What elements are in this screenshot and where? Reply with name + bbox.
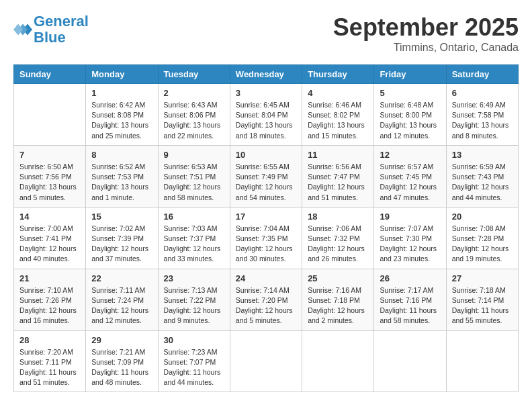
calendar-week-row: 7Sunrise: 6:50 AMSunset: 7:56 PMDaylight… — [14, 145, 519, 207]
day-info: Sunrise: 6:57 AMSunset: 7:45 PMDaylight:… — [380, 162, 440, 203]
day-number: 4 — [308, 88, 368, 98]
calendar-cell: 16Sunrise: 7:03 AMSunset: 7:37 PMDayligh… — [158, 207, 230, 269]
day-number: 29 — [91, 335, 152, 345]
location-title: Timmins, Ontario, Canada — [333, 42, 519, 54]
day-number: 2 — [164, 88, 224, 98]
day-info: Sunrise: 7:03 AMSunset: 7:37 PMDaylight:… — [164, 224, 224, 265]
day-info: Sunrise: 7:20 AMSunset: 7:11 PMDaylight:… — [19, 347, 80, 388]
day-number: 23 — [164, 273, 224, 283]
day-number: 22 — [91, 273, 152, 283]
weekday-header: Friday — [374, 65, 446, 84]
calendar-cell: 24Sunrise: 7:14 AMSunset: 7:20 PMDayligh… — [230, 269, 302, 330]
calendar-week-row: 21Sunrise: 7:10 AMSunset: 7:26 PMDayligh… — [14, 269, 519, 330]
day-number: 16 — [164, 212, 224, 222]
calendar-cell: 29Sunrise: 7:21 AMSunset: 7:09 PMDayligh… — [86, 330, 158, 392]
calendar-cell: 3Sunrise: 6:45 AMSunset: 8:04 PMDaylight… — [230, 84, 302, 146]
day-number: 8 — [91, 150, 152, 160]
day-number: 19 — [380, 212, 440, 222]
calendar-cell: 18Sunrise: 7:06 AMSunset: 7:32 PMDayligh… — [302, 207, 374, 269]
day-number: 15 — [91, 212, 152, 222]
calendar-cell: 20Sunrise: 7:08 AMSunset: 7:28 PMDayligh… — [446, 207, 518, 269]
day-info: Sunrise: 7:11 AMSunset: 7:24 PMDaylight:… — [91, 285, 152, 326]
calendar-cell: 26Sunrise: 7:17 AMSunset: 7:16 PMDayligh… — [374, 269, 446, 330]
weekday-header: Saturday — [446, 65, 518, 84]
day-number: 18 — [308, 212, 368, 222]
calendar-cell — [302, 330, 374, 392]
calendar-cell: 17Sunrise: 7:04 AMSunset: 7:35 PMDayligh… — [230, 207, 302, 269]
day-info: Sunrise: 6:46 AMSunset: 8:02 PMDaylight:… — [308, 100, 368, 141]
day-info: Sunrise: 7:13 AMSunset: 7:22 PMDaylight:… — [164, 285, 224, 326]
page-header: General Blue September 2025 Timmins, Ont… — [13, 13, 519, 54]
calendar-cell: 12Sunrise: 6:57 AMSunset: 7:45 PMDayligh… — [374, 145, 446, 207]
day-number: 6 — [452, 88, 513, 98]
day-number: 3 — [236, 88, 296, 98]
weekday-header: Sunday — [14, 65, 86, 84]
day-info: Sunrise: 7:14 AMSunset: 7:20 PMDaylight:… — [236, 285, 296, 326]
calendar-cell: 8Sunrise: 6:52 AMSunset: 7:53 PMDaylight… — [86, 145, 158, 207]
calendar-cell — [446, 330, 518, 392]
calendar-cell: 21Sunrise: 7:10 AMSunset: 7:26 PMDayligh… — [14, 269, 86, 330]
calendar-cell: 30Sunrise: 7:23 AMSunset: 7:07 PMDayligh… — [158, 330, 230, 392]
calendar-cell: 27Sunrise: 7:18 AMSunset: 7:14 PMDayligh… — [446, 269, 518, 330]
day-number: 10 — [236, 150, 296, 160]
day-info: Sunrise: 6:53 AMSunset: 7:51 PMDaylight:… — [164, 162, 224, 203]
calendar-table: SundayMondayTuesdayWednesdayThursdayFrid… — [13, 64, 519, 392]
day-info: Sunrise: 6:42 AMSunset: 8:08 PMDaylight:… — [91, 100, 152, 141]
day-number: 20 — [452, 212, 513, 222]
calendar-cell: 7Sunrise: 6:50 AMSunset: 7:56 PMDaylight… — [14, 145, 86, 207]
day-info: Sunrise: 7:23 AMSunset: 7:07 PMDaylight:… — [164, 347, 224, 388]
calendar-cell: 5Sunrise: 6:48 AMSunset: 8:00 PMDaylight… — [374, 84, 446, 146]
day-info: Sunrise: 7:08 AMSunset: 7:28 PMDaylight:… — [452, 224, 513, 265]
day-info: Sunrise: 6:48 AMSunset: 8:00 PMDaylight:… — [380, 100, 440, 141]
day-info: Sunrise: 6:55 AMSunset: 7:49 PMDaylight:… — [236, 162, 296, 203]
day-info: Sunrise: 7:16 AMSunset: 7:18 PMDaylight:… — [308, 285, 368, 326]
day-info: Sunrise: 6:45 AMSunset: 8:04 PMDaylight:… — [236, 100, 296, 141]
calendar-cell: 15Sunrise: 7:02 AMSunset: 7:39 PMDayligh… — [86, 207, 158, 269]
day-info: Sunrise: 7:00 AMSunset: 7:41 PMDaylight:… — [19, 224, 80, 265]
day-info: Sunrise: 6:50 AMSunset: 7:56 PMDaylight:… — [19, 162, 80, 203]
day-number: 13 — [452, 150, 513, 160]
day-number: 14 — [19, 212, 80, 222]
day-number: 27 — [452, 273, 513, 283]
calendar-cell — [230, 330, 302, 392]
day-info: Sunrise: 6:56 AMSunset: 7:47 PMDaylight:… — [308, 162, 368, 203]
weekday-header: Tuesday — [158, 65, 230, 84]
weekday-header: Wednesday — [230, 65, 302, 84]
logo: General Blue — [13, 13, 89, 46]
day-number: 24 — [236, 273, 296, 283]
month-title: September 2025 — [333, 13, 519, 42]
day-info: Sunrise: 7:07 AMSunset: 7:30 PMDaylight:… — [380, 224, 440, 265]
day-info: Sunrise: 7:18 AMSunset: 7:14 PMDaylight:… — [452, 285, 513, 326]
calendar-cell: 13Sunrise: 6:59 AMSunset: 7:43 PMDayligh… — [446, 145, 518, 207]
day-number: 30 — [164, 335, 224, 345]
day-number: 17 — [236, 212, 296, 222]
day-info: Sunrise: 7:21 AMSunset: 7:09 PMDaylight:… — [91, 347, 152, 388]
day-info: Sunrise: 6:43 AMSunset: 8:06 PMDaylight:… — [164, 100, 224, 141]
calendar-cell: 6Sunrise: 6:49 AMSunset: 7:58 PMDaylight… — [446, 84, 518, 146]
calendar-cell: 2Sunrise: 6:43 AMSunset: 8:06 PMDaylight… — [158, 84, 230, 146]
calendar-cell: 4Sunrise: 6:46 AMSunset: 8:02 PMDaylight… — [302, 84, 374, 146]
day-number: 21 — [19, 273, 80, 283]
logo-line1: General — [34, 13, 89, 30]
logo-line2: Blue — [34, 29, 66, 46]
calendar-cell: 14Sunrise: 7:00 AMSunset: 7:41 PMDayligh… — [14, 207, 86, 269]
calendar-cell — [14, 84, 86, 146]
calendar-cell — [374, 330, 446, 392]
svg-marker-2 — [13, 24, 23, 36]
calendar-cell: 25Sunrise: 7:16 AMSunset: 7:18 PMDayligh… — [302, 269, 374, 330]
calendar-week-row: 28Sunrise: 7:20 AMSunset: 7:11 PMDayligh… — [14, 330, 519, 392]
calendar-cell: 19Sunrise: 7:07 AMSunset: 7:30 PMDayligh… — [374, 207, 446, 269]
weekday-header: Monday — [86, 65, 158, 84]
day-info: Sunrise: 7:06 AMSunset: 7:32 PMDaylight:… — [308, 224, 368, 265]
calendar-week-row: 14Sunrise: 7:00 AMSunset: 7:41 PMDayligh… — [14, 207, 519, 269]
day-info: Sunrise: 7:04 AMSunset: 7:35 PMDaylight:… — [236, 224, 296, 265]
calendar-cell: 22Sunrise: 7:11 AMSunset: 7:24 PMDayligh… — [86, 269, 158, 330]
day-number: 5 — [380, 88, 440, 98]
logo-text: General Blue — [34, 13, 89, 46]
calendar-cell: 1Sunrise: 6:42 AMSunset: 8:08 PMDaylight… — [86, 84, 158, 146]
day-number: 12 — [380, 150, 440, 160]
day-info: Sunrise: 6:49 AMSunset: 7:58 PMDaylight:… — [452, 100, 513, 141]
day-info: Sunrise: 7:17 AMSunset: 7:16 PMDaylight:… — [380, 285, 440, 326]
day-info: Sunrise: 6:52 AMSunset: 7:53 PMDaylight:… — [91, 162, 152, 203]
day-number: 7 — [19, 150, 80, 160]
